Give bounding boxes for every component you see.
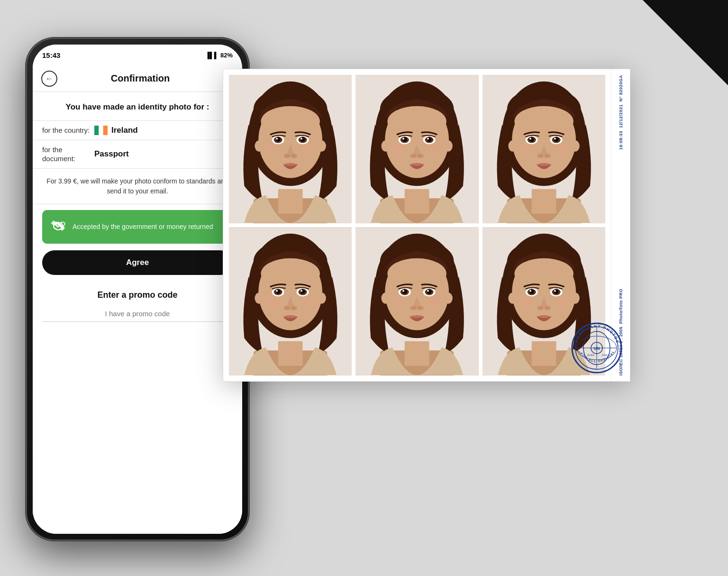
photo-sheet-wrapper: N° 82020GA 12/12/2021 16:08:33 Photo/fot… <box>223 69 649 424</box>
svg-point-43 <box>428 144 443 154</box>
svg-point-128 <box>537 306 543 310</box>
svg-point-123 <box>529 290 531 292</box>
offer-text: For 3.99 €, we will make your photo conf… <box>42 176 233 196</box>
photo-cell-3 <box>482 75 605 223</box>
offer-section: For 3.99 €, we will make your photo conf… <box>33 169 242 204</box>
photo-cell-1 <box>229 75 352 223</box>
back-button[interactable]: ← <box>41 71 57 87</box>
battery-icon: 82% <box>220 52 233 59</box>
date-text: 12/12/2021 <box>619 104 623 128</box>
svg-point-86 <box>264 296 279 306</box>
status-time: 15:43 <box>42 51 60 59</box>
svg-text:OACI: OACI <box>602 354 609 357</box>
svg-point-106 <box>410 306 417 310</box>
status-icons: ▐▌▌ 82% <box>205 52 233 59</box>
svg-point-44 <box>382 140 390 151</box>
guarantee-banner: Accepted by the government or money retu… <box>42 210 233 244</box>
svg-point-9 <box>261 106 319 137</box>
brand-text: Photo/foto PRO <box>619 289 623 324</box>
svg-point-42 <box>391 144 406 154</box>
signal-icon: ▐▌▌ <box>205 52 218 59</box>
svg-point-97 <box>388 258 446 289</box>
svg-point-66 <box>508 140 517 151</box>
svg-point-18 <box>283 154 290 158</box>
svg-point-89 <box>318 293 326 303</box>
svg-point-53 <box>514 106 573 137</box>
screen-content: You have made an identity photo for : fo… <box>33 92 242 534</box>
document-label: for the document: <box>42 145 94 164</box>
agree-button[interactable]: Agree <box>42 250 233 275</box>
svg-point-85 <box>291 306 297 310</box>
svg-point-131 <box>555 296 570 306</box>
svg-point-65 <box>555 144 570 154</box>
svg-text:ICAO: ICAO <box>587 354 594 357</box>
svg-rect-71 <box>278 341 303 366</box>
svg-point-87 <box>301 296 316 306</box>
back-arrow-icon: ← <box>46 74 53 83</box>
photo-sheet: N° 82020GA 12/12/2021 16:08:33 Photo/fot… <box>223 69 630 382</box>
phone-mockup: 15:43 ▐▌▌ 82% ← Confirmation <box>26 38 249 540</box>
svg-point-110 <box>382 293 390 303</box>
photo-grid <box>223 69 611 381</box>
svg-point-23 <box>318 140 326 151</box>
svg-point-57 <box>529 138 531 140</box>
flag-white <box>99 126 103 135</box>
svg-point-22 <box>255 140 263 151</box>
country-value: Ireland <box>94 126 138 135</box>
svg-point-127 <box>554 290 556 292</box>
phone-screen: 15:43 ▐▌▌ 82% ← Confirmation <box>33 45 242 534</box>
country-row: for the country: Ireland <box>33 121 242 140</box>
svg-point-62 <box>537 154 543 158</box>
identity-header: You have made an identity photo for : <box>33 92 242 121</box>
svg-rect-93 <box>405 341 429 366</box>
svg-rect-115 <box>531 341 556 366</box>
svg-point-39 <box>427 138 429 140</box>
svg-point-79 <box>276 290 278 292</box>
handshake-icon <box>50 217 67 237</box>
svg-point-41 <box>418 154 424 158</box>
compliant-stamp: COMPLIANT PHOTOS FOR ALL OFFICIAL UN ICA… <box>571 322 623 374</box>
svg-point-63 <box>545 154 551 158</box>
svg-rect-49 <box>531 189 556 214</box>
photo-cell-5 <box>355 227 478 375</box>
svg-point-107 <box>418 306 424 310</box>
svg-point-67 <box>571 140 579 151</box>
svg-point-101 <box>403 290 405 292</box>
svg-point-75 <box>261 258 319 289</box>
svg-rect-27 <box>405 189 429 214</box>
promo-title: Enter a promo code <box>42 290 233 300</box>
phone-outer-shell: 15:43 ▐▌▌ 82% ← Confirmation <box>26 38 249 540</box>
svg-point-13 <box>276 138 278 140</box>
svg-point-17 <box>300 138 302 140</box>
svg-point-35 <box>403 138 405 140</box>
svg-point-130 <box>518 296 533 306</box>
svg-text:UN: UN <box>594 346 600 351</box>
time-text: 16:08:33 <box>619 131 623 150</box>
flag-green <box>94 126 99 135</box>
ireland-flag <box>94 126 108 135</box>
document-value: Passport <box>94 149 129 159</box>
svg-point-105 <box>427 290 429 292</box>
svg-point-129 <box>545 306 551 310</box>
photo-cell-4 <box>229 227 352 375</box>
guarantee-text: Accepted by the government or money retu… <box>73 222 213 232</box>
svg-point-31 <box>388 106 446 137</box>
svg-point-19 <box>291 154 297 158</box>
nav-title: Confirmation <box>111 73 170 84</box>
svg-point-83 <box>300 290 302 292</box>
nav-bar: ← Confirmation <box>33 65 242 92</box>
svg-point-61 <box>554 138 556 140</box>
svg-point-45 <box>444 140 453 151</box>
svg-point-88 <box>255 293 263 303</box>
svg-point-20 <box>264 144 279 154</box>
status-bar: 15:43 ▐▌▌ 82% <box>33 45 242 65</box>
svg-point-111 <box>444 293 453 303</box>
svg-point-64 <box>518 144 533 154</box>
svg-point-109 <box>428 296 443 306</box>
country-label: for the country: <box>42 126 94 135</box>
flag-orange <box>103 126 108 135</box>
svg-point-84 <box>283 306 290 310</box>
svg-point-40 <box>410 154 417 158</box>
promo-input[interactable] <box>42 306 233 322</box>
svg-point-108 <box>391 296 406 306</box>
